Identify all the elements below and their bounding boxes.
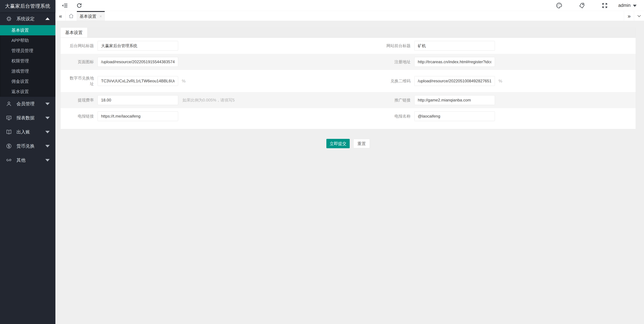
sidebar-item-basic-settings[interactable]: 基本设置 — [0, 25, 56, 35]
refresh-icon[interactable] — [74, 1, 84, 10]
sidebar-group-label: 会员管理 — [16, 101, 45, 107]
field-label: 电报链接 — [60, 113, 94, 119]
user-icon — [6, 101, 12, 107]
field-label: 页面图标 — [60, 59, 94, 65]
sidebar-item-rebate-settings[interactable]: 返水设置 — [0, 86, 56, 97]
field-withdraw-fee-rate: 提现费率 如果比例为0.005%，请填写5 — [60, 95, 348, 105]
chevron-down-icon — [45, 159, 50, 161]
field-label: 兑换二维码 — [348, 78, 411, 84]
content-area: 基本设置 后台网站标题 网站前台标题 页面图标 — [56, 21, 644, 148]
double-chevron-right-icon: » — [628, 13, 630, 19]
dollar-circle-icon — [6, 143, 12, 149]
sidebar-item-permission-management[interactable]: 权限管理 — [0, 56, 56, 66]
sidebar-group-reports[interactable]: 报表数据 — [0, 111, 56, 125]
form-actions: 立即提交 重置 — [60, 139, 636, 148]
field-label: 电报名称 — [348, 113, 411, 119]
sidebar-group-members[interactable]: 会员管理 — [0, 97, 56, 111]
field-label: 网站前台标题 — [348, 43, 411, 49]
infinity-icon — [6, 157, 12, 163]
telegram-link-input[interactable] — [98, 111, 178, 121]
sidebar-group-label: 出入账 — [16, 129, 45, 135]
promo-link-input[interactable] — [414, 95, 495, 105]
chevron-down-icon — [45, 131, 50, 133]
tabs-menu-button[interactable] — [634, 11, 644, 21]
collapse-sidebar-icon[interactable] — [60, 1, 70, 10]
form-row: 页面图标 注册地址 — [60, 54, 636, 70]
home-tab-button[interactable] — [66, 11, 77, 21]
chevron-down-icon — [45, 103, 50, 105]
chevron-down-icon — [45, 145, 50, 147]
crypto-exchange-address-input[interactable] — [98, 76, 178, 86]
field-label: 推广链接 — [348, 97, 411, 103]
field-label: 注册地址 — [348, 59, 411, 65]
settings-panel: 基本设置 后台网站标题 网站前台标题 页面图标 — [60, 27, 636, 129]
main-area: admin « 基本设置 × » — [56, 0, 644, 324]
tabs-scroll-right-button[interactable]: » — [624, 11, 634, 21]
field-telegram-name: 电报名称 — [348, 111, 636, 121]
field-label: 数字币兑换地址 — [60, 75, 94, 87]
backend-site-title-input[interactable] — [98, 41, 178, 51]
percent-suffix: % — [182, 79, 186, 83]
sidebar-group-other[interactable]: 其他 — [0, 153, 56, 167]
sidebar-group-system-settings[interactable]: 系统设定 — [0, 12, 56, 25]
field-page-icon: 页面图标 — [60, 57, 348, 67]
frontend-site-title-input[interactable] — [414, 41, 495, 51]
field-label: 提现费率 — [60, 97, 94, 103]
sidebar-submenu: 基本设置 APP帮助 管理员管理 权限管理 游戏管理 佣金设置 返水设置 — [0, 25, 56, 97]
form-row: 电报链接 电报名称 — [60, 108, 636, 124]
field-label: 后台网站标题 — [60, 43, 94, 49]
panel-tab-bar: 基本设置 — [60, 28, 636, 38]
sidebar: 大赢家后台管理系统 系统设定 基本设置 APP帮助 管理员 — [0, 0, 56, 324]
reset-button[interactable]: 重置 — [354, 139, 370, 148]
field-promo-link: 推广链接 — [348, 95, 636, 105]
percent-suffix: % — [498, 79, 502, 83]
topbar: admin — [56, 0, 644, 11]
tag-icon[interactable] — [577, 1, 586, 10]
sidebar-header: 大赢家后台管理系统 — [0, 0, 56, 12]
tabs-scroll-left-button[interactable]: « — [56, 11, 66, 21]
sidebar-group-ledger[interactable]: 出入账 — [0, 125, 56, 139]
sidebar-item-game-management[interactable]: 游戏管理 — [0, 66, 56, 76]
book-icon — [6, 129, 12, 135]
tab-basic-settings[interactable]: 基本设置 × — [77, 11, 105, 21]
close-icon[interactable]: × — [100, 14, 102, 19]
withdraw-fee-rate-input[interactable] — [98, 95, 178, 105]
sidebar-group-currency-exchange[interactable]: 货币兑换 — [0, 139, 56, 153]
chevron-down-icon — [45, 117, 50, 119]
fullscreen-icon[interactable] — [600, 1, 610, 10]
field-telegram-link: 电报链接 — [60, 111, 348, 121]
user-menu[interactable]: admin — [618, 3, 636, 8]
sidebar-group-label: 报表数据 — [16, 115, 45, 121]
app-title: 大赢家后台管理系统 — [5, 3, 50, 9]
gear-icon — [6, 15, 12, 22]
field-register-url: 注册地址 — [348, 57, 636, 67]
sidebar-group-label: 系统设定 — [16, 16, 45, 22]
sidebar-group-label: 货币兑换 — [16, 143, 45, 149]
field-crypto-exchange-address: 数字币兑换地址 % — [60, 75, 348, 87]
page-icon-input[interactable] — [98, 57, 178, 67]
exchange-qrcode-input[interactable] — [414, 76, 495, 86]
field-hint: 如果比例为0.005%，请填写5 — [182, 97, 235, 103]
sidebar-group-label: 其他 — [16, 157, 45, 163]
theme-palette-icon[interactable] — [554, 1, 564, 10]
sidebar-item-app-help[interactable]: APP帮助 — [0, 35, 56, 46]
form-row: 数字币兑换地址 % 兑换二维码 % — [60, 70, 636, 92]
register-url-input[interactable] — [414, 57, 495, 67]
home-icon — [68, 13, 74, 19]
submit-button[interactable]: 立即提交 — [326, 139, 350, 148]
tab-label: 基本设置 — [80, 13, 96, 19]
chart-board-icon — [6, 115, 12, 121]
sidebar-item-commission-settings[interactable]: 佣金设置 — [0, 76, 56, 86]
field-exchange-qrcode: 兑换二维码 % — [348, 76, 636, 86]
settings-form: 后台网站标题 网站前台标题 页面图标 注册地址 — [60, 38, 636, 129]
chevron-down-icon — [633, 5, 636, 7]
sidebar-item-admin-management[interactable]: 管理员管理 — [0, 46, 56, 56]
field-frontend-site-title: 网站前台标题 — [348, 41, 636, 51]
form-row: 提现费率 如果比例为0.005%，请填写5 推广链接 — [60, 92, 636, 108]
double-chevron-left-icon: « — [59, 13, 62, 19]
telegram-name-input[interactable] — [414, 111, 495, 121]
panel-tab-basic-settings[interactable]: 基本设置 — [60, 28, 87, 37]
chevron-down-icon — [636, 13, 642, 18]
chevron-up-icon — [45, 17, 50, 20]
sidebar-menu: 系统设定 基本设置 APP帮助 管理员管理 权限管理 游戏管理 佣金设置 返水设… — [0, 12, 56, 174]
